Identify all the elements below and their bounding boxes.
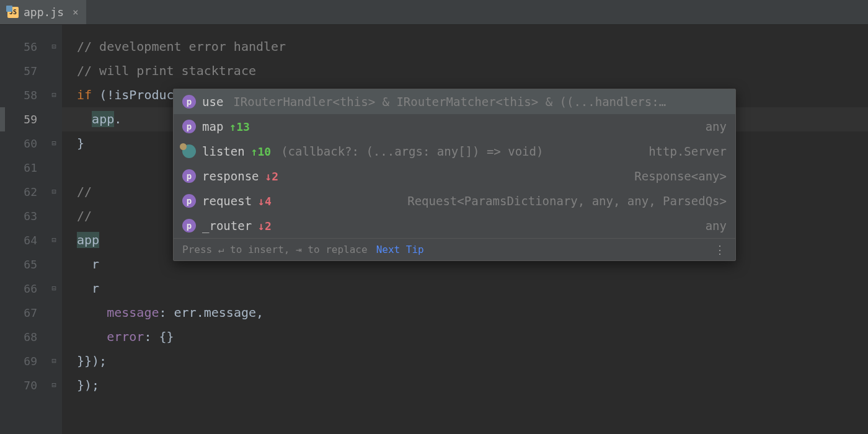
- line-number[interactable]: 59: [0, 107, 62, 131]
- tab-app-js[interactable]: JS app.js ×: [0, 0, 86, 24]
- active-line-marker: [0, 107, 5, 131]
- popup-footer: Press ↵ to insert, ⇥ to replace Next Tip…: [174, 238, 735, 260]
- code-line[interactable]: });: [62, 373, 868, 397]
- line-number[interactable]: 69⊟: [0, 349, 62, 373]
- suggestion-type: any: [706, 219, 727, 232]
- gutter: 56⊟ 57 58⊟ 59 60⊟ 61 62⊟ 63 64⊟ 65 66⊟ 6…: [0, 25, 62, 434]
- suggestion-type: http.Server: [649, 144, 727, 158]
- next-tip-link[interactable]: Next Tip: [376, 244, 424, 255]
- suggestion-type: Request<ParamsDictionary, any, any, Pars…: [407, 194, 727, 208]
- line-number[interactable]: 60⊟: [0, 131, 62, 156]
- fold-icon[interactable]: ⊟: [50, 285, 58, 293]
- property-icon: p: [182, 120, 196, 133]
- code-line[interactable]: }});: [62, 349, 868, 373]
- line-number[interactable]: 56⊟: [0, 35, 62, 59]
- rank-down-icon: ↓2: [258, 219, 272, 232]
- fold-icon[interactable]: ⊟: [50, 381, 58, 390]
- more-icon[interactable]: ⋮: [714, 243, 727, 256]
- suggestion-type: Response<any>: [634, 169, 727, 183]
- code-line[interactable]: // development error handler: [62, 35, 868, 59]
- line-number[interactable]: 70⊟: [0, 373, 62, 397]
- fold-icon[interactable]: ⊟: [50, 357, 58, 366]
- suggestion-name: use: [202, 95, 223, 108]
- line-number[interactable]: 66⊟: [0, 277, 62, 301]
- property-icon: p: [182, 194, 196, 208]
- suggestion-item[interactable]: p request ↓4 Request<ParamsDictionary, a…: [174, 188, 735, 213]
- suggestion-item[interactable]: p use IRouterHandler<this> & IRouterMatc…: [174, 89, 735, 114]
- line-number[interactable]: 62⊟: [0, 180, 62, 204]
- rank-down-icon: ↓2: [265, 170, 279, 183]
- fold-icon[interactable]: ⊟: [50, 188, 58, 197]
- suggestion-item[interactable]: p response ↓2 Response<any>: [174, 164, 735, 188]
- code-line[interactable]: // will print stacktrace: [62, 59, 868, 83]
- rank-down-icon: ↓4: [258, 195, 272, 208]
- line-number[interactable]: 67: [0, 301, 62, 325]
- method-icon: [182, 144, 196, 158]
- line-number[interactable]: 57: [0, 59, 62, 83]
- code-line[interactable]: error: {}: [62, 325, 868, 349]
- footer-hint: Press ↵ to insert, ⇥ to replace: [182, 244, 368, 255]
- code-line[interactable]: r: [62, 277, 868, 301]
- line-number[interactable]: 65: [0, 252, 62, 277]
- line-number[interactable]: 63: [0, 204, 62, 228]
- suggestion-hint: IRouterHandler<this> & IRouterMatcher<th…: [233, 95, 727, 108]
- editor: 56⊟ 57 58⊟ 59 60⊟ 61 62⊟ 63 64⊟ 65 66⊟ 6…: [0, 25, 868, 434]
- js-file-icon: JS: [7, 7, 19, 18]
- suggestion-item[interactable]: listen ↑10 (callback?: (...args: any[]) …: [174, 139, 735, 164]
- property-icon: p: [182, 219, 196, 232]
- tab-label: app.js: [24, 6, 64, 19]
- rank-up-icon: ↑10: [251, 145, 272, 158]
- line-number[interactable]: 58⊟: [0, 83, 62, 107]
- line-number[interactable]: 68: [0, 325, 62, 349]
- suggestion-type: any: [706, 120, 727, 133]
- rank-up-icon: ↑13: [229, 120, 250, 133]
- property-icon: p: [182, 95, 196, 108]
- property-icon: p: [182, 169, 196, 183]
- suggestion-name: response: [202, 169, 259, 183]
- suggestion-hint: (callback?: (...args: any[]) => void): [281, 144, 642, 158]
- fold-icon[interactable]: ⊟: [50, 140, 58, 148]
- fold-icon[interactable]: ⊟: [50, 43, 58, 51]
- suggestion-name: request: [202, 194, 252, 208]
- fold-icon[interactable]: ⊟: [50, 91, 58, 100]
- suggestion-item[interactable]: p _router ↓2 any: [174, 213, 735, 238]
- line-number[interactable]: 64⊟: [0, 228, 62, 252]
- suggestion-name: _router: [202, 219, 252, 232]
- code-line[interactable]: message: err.message,: [62, 301, 868, 325]
- fold-icon[interactable]: ⊟: [50, 236, 58, 245]
- autocomplete-popup: p use IRouterHandler<this> & IRouterMatc…: [173, 89, 736, 261]
- suggestion-name: listen: [202, 144, 245, 158]
- code-area[interactable]: // development error handler // will pri…: [62, 25, 868, 434]
- tab-bar: JS app.js ×: [0, 0, 868, 25]
- suggestion-name: map: [202, 120, 223, 133]
- close-icon[interactable]: ×: [73, 6, 79, 18]
- line-number[interactable]: 61: [0, 156, 62, 180]
- suggestion-item[interactable]: p map ↑13 any: [174, 114, 735, 139]
